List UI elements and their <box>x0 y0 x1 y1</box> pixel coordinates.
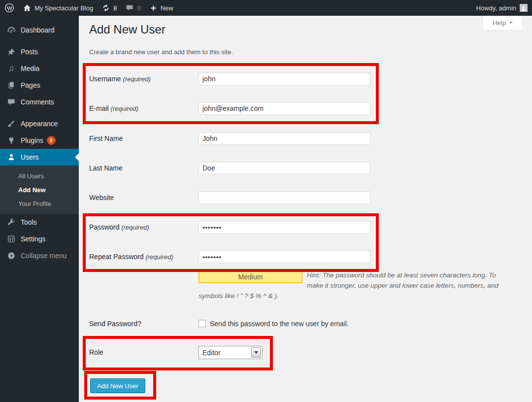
repeat-password-field[interactable] <box>199 250 370 263</box>
email-label: E-mail (required) <box>89 102 197 115</box>
sidebar-item-label: Media <box>21 65 39 72</box>
submenu-item-add-new[interactable]: Add New <box>0 183 79 197</box>
sidebar-item-label: Pages <box>21 81 40 89</box>
wordpress-logo-icon <box>4 3 14 13</box>
users-submenu: All Users Add New Your Profile <box>0 166 79 214</box>
add-new-user-button[interactable]: Add New User <box>90 378 145 393</box>
collapse-menu-label: Collapse menu <box>21 252 66 260</box>
comment-count: 0 <box>137 4 140 12</box>
sidebar-item-label: Appearance <box>21 120 58 128</box>
comments-bubble-icon <box>126 4 133 12</box>
sidebar-item-posts[interactable]: Posts <box>0 43 79 60</box>
username-label: Username (required) <box>89 72 197 86</box>
select-dropdown-button <box>251 347 261 358</box>
sidebar-item-settings[interactable]: Settings <box>0 231 79 247</box>
password-strength-meter: Medium <box>199 270 302 283</box>
plugins-update-badge: 8 <box>47 136 56 145</box>
home-icon <box>23 4 31 12</box>
send-password-label: Send Password? <box>89 319 141 328</box>
update-count: 8 <box>113 4 117 12</box>
website-label: Website <box>89 191 197 204</box>
sidebar-item-tools[interactable]: Tools <box>0 214 79 231</box>
comments-icon <box>6 97 16 107</box>
last-name-label: Last Name <box>89 162 197 174</box>
users-icon <box>6 152 16 162</box>
help-button[interactable]: Help <box>483 16 522 30</box>
toolbar-comments-button[interactable]: 0 <box>121 0 145 16</box>
submenu-item-all-users[interactable]: All Users <box>0 169 79 183</box>
sidebar-item-label: Dashboard <box>21 26 55 34</box>
admin-sidebar: Dashboard Posts ♫ Media Pages <box>0 16 79 402</box>
pages-icon <box>6 80 16 90</box>
avatar <box>520 4 528 12</box>
pin-icon <box>6 47 16 57</box>
email-field[interactable] <box>199 102 370 115</box>
first-name-label: First Name <box>89 132 197 145</box>
tools-icon <box>6 217 16 227</box>
sidebar-item-label: Posts <box>21 48 38 56</box>
required-note: (required) <box>145 253 173 261</box>
sidebar-item-comments[interactable]: Comments <box>0 94 79 110</box>
required-note: (required) <box>111 105 138 112</box>
help-label: Help <box>493 19 506 27</box>
sidebar-item-users[interactable]: Users <box>0 149 79 166</box>
send-password-checkbox[interactable] <box>199 320 206 327</box>
howdy-label: Howdy, admin <box>476 4 516 12</box>
repeat-password-label: Repeat Password (required) <box>89 250 197 264</box>
sidebar-item-label: Comments <box>21 98 54 106</box>
sidebar-item-label: Users <box>21 153 39 161</box>
collapse-menu-button[interactable]: Collapse menu <box>0 247 79 264</box>
site-name-label: My Spectacular Blog <box>34 4 93 12</box>
sidebar-item-label: Plugins <box>21 136 43 144</box>
new-label: New <box>161 4 173 12</box>
sidebar-item-label: Tools <box>21 218 37 226</box>
sidebar-item-appearance[interactable]: Appearance <box>0 115 79 132</box>
wordpress-menu-button[interactable] <box>0 0 19 16</box>
sidebar-item-media[interactable]: ♫ Media <box>0 60 79 77</box>
role-selected-value: Editor <box>199 349 250 357</box>
role-label: Role <box>89 346 103 359</box>
sidebar-item-plugins[interactable]: Plugins 8 <box>0 132 79 149</box>
updates-icon <box>102 4 110 12</box>
plus-icon <box>150 4 157 12</box>
required-note: (required) <box>123 75 150 83</box>
settings-icon <box>6 234 16 244</box>
username-field[interactable] <box>199 72 370 85</box>
last-name-field[interactable] <box>199 162 370 174</box>
first-name-field[interactable] <box>199 132 370 145</box>
updates-button[interactable]: 8 <box>98 0 121 16</box>
select-arrow-icon <box>254 351 258 354</box>
submenu-item-your-profile[interactable]: Your Profile <box>0 197 79 211</box>
account-menu-button[interactable]: Howdy, admin <box>472 0 532 16</box>
plugins-icon <box>6 135 16 145</box>
website-field[interactable] <box>199 191 370 204</box>
sidebar-item-pages[interactable]: Pages <box>0 77 79 94</box>
password-hint: Medium Hint: The password should be at l… <box>199 270 514 301</box>
password-label: Password (required) <box>89 221 197 234</box>
page-title: Add New User <box>89 23 166 36</box>
wordpress-admin-screen: My Spectacular Blog 8 0 New Howdy, admin <box>0 0 532 402</box>
main-content: Help Add New User Create a brand new use… <box>79 16 532 402</box>
sidebar-item-label: Settings <box>21 235 46 243</box>
site-name-button[interactable]: My Spectacular Blog <box>19 0 98 16</box>
password-field[interactable] <box>199 221 370 234</box>
required-note: (required) <box>121 224 149 231</box>
appearance-icon <box>6 119 16 129</box>
media-icon: ♫ <box>6 64 16 73</box>
admin-toolbar: My Spectacular Blog 8 0 New Howdy, admin <box>0 0 532 16</box>
send-password-checkbox-label[interactable]: Send this password to the new user by em… <box>210 319 349 328</box>
sidebar-item-dashboard[interactable]: Dashboard <box>0 22 79 38</box>
dashboard-icon <box>6 25 16 35</box>
role-select[interactable]: Editor <box>199 346 263 359</box>
help-chevron-icon <box>509 22 513 24</box>
page-subtitle: Create a brand new user and add them to … <box>89 48 233 56</box>
new-content-button[interactable]: New <box>145 0 178 16</box>
collapse-arrow-icon <box>6 251 16 261</box>
